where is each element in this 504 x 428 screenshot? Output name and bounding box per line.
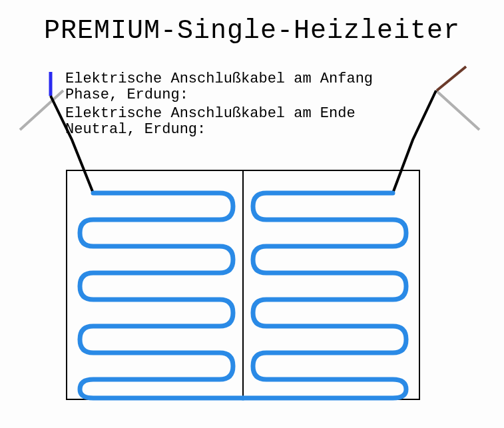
- ground-lead-right-icon: [436, 91, 479, 130]
- phase-lead-right-icon: [437, 67, 466, 91]
- cold-lead-left-icon: [51, 96, 93, 193]
- heating-cable-left-icon: [80, 193, 243, 398]
- heating-cable-right-icon: [243, 193, 406, 398]
- cold-lead-right-icon: [393, 91, 436, 193]
- heating-mat-diagram: [0, 0, 504, 428]
